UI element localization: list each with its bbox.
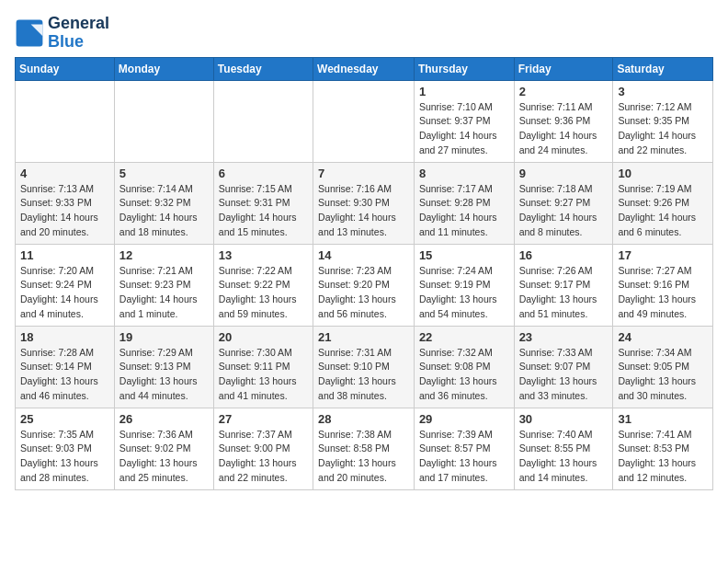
calendar-body: 1Sunrise: 7:10 AMSunset: 9:37 PMDaylight… [16,80,713,489]
day-info: Sunrise: 7:38 AMSunset: 8:58 PMDaylight:… [318,428,409,486]
day-info: Sunrise: 7:30 AMSunset: 9:11 PMDaylight:… [219,346,308,404]
logo-icon [15,18,44,48]
calendar-cell: 2Sunrise: 7:11 AMSunset: 9:36 PMDaylight… [514,80,613,162]
calendar-cell: 31Sunrise: 7:41 AMSunset: 8:53 PMDayligh… [613,408,713,489]
header-cell-monday: Monday [114,57,213,80]
day-info: Sunrise: 7:26 AMSunset: 9:17 PMDaylight:… [519,264,609,322]
day-info: Sunrise: 7:39 AMSunset: 8:57 PMDaylight:… [419,428,509,486]
day-info: Sunrise: 7:11 AMSunset: 9:36 PMDaylight:… [519,100,609,158]
logo-text-general: General [48,15,109,33]
calendar-cell: 6Sunrise: 7:15 AMSunset: 9:31 PMDaylight… [213,162,313,244]
logo-text-blue: Blue [48,33,109,52]
day-info: Sunrise: 7:15 AMSunset: 9:31 PMDaylight:… [219,182,308,240]
day-number: 13 [219,248,308,262]
day-number: 17 [618,248,708,262]
day-number: 1 [419,85,509,98]
header-cell-wednesday: Wednesday [313,57,415,80]
day-info: Sunrise: 7:13 AMSunset: 9:33 PMDaylight:… [20,182,109,240]
week-row-5: 25Sunrise: 7:35 AMSunset: 9:03 PMDayligh… [16,408,713,489]
day-number: 29 [419,412,509,426]
day-info: Sunrise: 7:40 AMSunset: 8:55 PMDaylight:… [519,428,609,486]
day-number: 6 [219,167,308,180]
day-number: 30 [519,412,609,426]
day-info: Sunrise: 7:27 AMSunset: 9:16 PMDaylight:… [618,264,708,322]
day-info: Sunrise: 7:22 AMSunset: 9:22 PMDaylight:… [219,264,308,322]
day-number: 22 [419,330,509,344]
day-number: 5 [119,167,209,180]
day-info: Sunrise: 7:24 AMSunset: 9:19 PMDaylight:… [419,264,509,322]
calendar-cell: 28Sunrise: 7:38 AMSunset: 8:58 PMDayligh… [313,408,415,489]
calendar-cell: 1Sunrise: 7:10 AMSunset: 9:37 PMDaylight… [414,80,514,162]
calendar-cell: 29Sunrise: 7:39 AMSunset: 8:57 PMDayligh… [414,408,514,489]
day-number: 24 [618,330,708,344]
day-info: Sunrise: 7:12 AMSunset: 9:35 PMDaylight:… [618,100,708,158]
day-info: Sunrise: 7:35 AMSunset: 9:03 PMDaylight:… [20,428,109,486]
logo: General Blue [15,15,109,52]
header-row: SundayMondayTuesdayWednesdayThursdayFrid… [16,57,713,80]
calendar-cell: 13Sunrise: 7:22 AMSunset: 9:22 PMDayligh… [213,244,313,326]
calendar-cell: 25Sunrise: 7:35 AMSunset: 9:03 PMDayligh… [16,408,115,489]
day-info: Sunrise: 7:23 AMSunset: 9:20 PMDaylight:… [318,264,409,322]
calendar-cell: 10Sunrise: 7:19 AMSunset: 9:26 PMDayligh… [613,162,713,244]
header-cell-thursday: Thursday [414,57,514,80]
day-number: 3 [618,85,708,98]
header-cell-saturday: Saturday [613,57,713,80]
calendar-cell: 5Sunrise: 7:14 AMSunset: 9:32 PMDaylight… [114,162,213,244]
day-number: 18 [20,330,109,344]
calendar-cell: 21Sunrise: 7:31 AMSunset: 9:10 PMDayligh… [313,326,415,408]
calendar-cell: 30Sunrise: 7:40 AMSunset: 8:55 PMDayligh… [514,408,613,489]
page-header: General Blue [15,15,713,52]
day-info: Sunrise: 7:16 AMSunset: 9:30 PMDaylight:… [318,182,409,240]
day-number: 10 [618,167,708,180]
calendar-cell: 4Sunrise: 7:13 AMSunset: 9:33 PMDaylight… [16,162,115,244]
day-number: 20 [219,330,308,344]
calendar-table: SundayMondayTuesdayWednesdayThursdayFrid… [15,57,713,490]
calendar-header: SundayMondayTuesdayWednesdayThursdayFrid… [16,57,713,80]
day-info: Sunrise: 7:21 AMSunset: 9:23 PMDaylight:… [119,264,209,322]
day-number: 28 [318,412,409,426]
calendar-cell [16,80,115,162]
calendar-cell: 22Sunrise: 7:32 AMSunset: 9:08 PMDayligh… [414,326,514,408]
day-info: Sunrise: 7:18 AMSunset: 9:27 PMDaylight:… [519,182,609,240]
calendar-cell: 17Sunrise: 7:27 AMSunset: 9:16 PMDayligh… [613,244,713,326]
calendar-cell: 23Sunrise: 7:33 AMSunset: 9:07 PMDayligh… [514,326,613,408]
day-info: Sunrise: 7:28 AMSunset: 9:14 PMDaylight:… [20,346,109,404]
day-info: Sunrise: 7:32 AMSunset: 9:08 PMDaylight:… [419,346,509,404]
calendar-cell [213,80,313,162]
day-info: Sunrise: 7:14 AMSunset: 9:32 PMDaylight:… [119,182,209,240]
day-number: 23 [519,330,609,344]
svg-rect-0 [17,19,43,46]
calendar-cell: 8Sunrise: 7:17 AMSunset: 9:28 PMDaylight… [414,162,514,244]
day-info: Sunrise: 7:20 AMSunset: 9:24 PMDaylight:… [20,264,109,322]
day-info: Sunrise: 7:17 AMSunset: 9:28 PMDaylight:… [419,182,509,240]
day-number: 14 [318,248,409,262]
week-row-2: 4Sunrise: 7:13 AMSunset: 9:33 PMDaylight… [16,162,713,244]
calendar-cell: 27Sunrise: 7:37 AMSunset: 9:00 PMDayligh… [213,408,313,489]
day-number: 25 [20,412,109,426]
day-info: Sunrise: 7:41 AMSunset: 8:53 PMDaylight:… [618,428,708,486]
day-number: 15 [419,248,509,262]
calendar-cell: 24Sunrise: 7:34 AMSunset: 9:05 PMDayligh… [613,326,713,408]
day-info: Sunrise: 7:10 AMSunset: 9:37 PMDaylight:… [419,100,509,158]
week-row-4: 18Sunrise: 7:28 AMSunset: 9:14 PMDayligh… [16,326,713,408]
day-info: Sunrise: 7:33 AMSunset: 9:07 PMDaylight:… [519,346,609,404]
day-number: 12 [119,248,209,262]
calendar-cell: 3Sunrise: 7:12 AMSunset: 9:35 PMDaylight… [613,80,713,162]
day-number: 26 [119,412,209,426]
calendar-cell: 9Sunrise: 7:18 AMSunset: 9:27 PMDaylight… [514,162,613,244]
day-number: 8 [419,167,509,180]
calendar-cell: 19Sunrise: 7:29 AMSunset: 9:13 PMDayligh… [114,326,213,408]
day-number: 21 [318,330,409,344]
calendar-cell: 12Sunrise: 7:21 AMSunset: 9:23 PMDayligh… [114,244,213,326]
day-info: Sunrise: 7:19 AMSunset: 9:26 PMDaylight:… [618,182,708,240]
calendar-cell: 15Sunrise: 7:24 AMSunset: 9:19 PMDayligh… [414,244,514,326]
header-cell-friday: Friday [514,57,613,80]
calendar-cell: 16Sunrise: 7:26 AMSunset: 9:17 PMDayligh… [514,244,613,326]
day-number: 7 [318,167,409,180]
calendar-cell [313,80,415,162]
week-row-3: 11Sunrise: 7:20 AMSunset: 9:24 PMDayligh… [16,244,713,326]
calendar-cell: 20Sunrise: 7:30 AMSunset: 9:11 PMDayligh… [213,326,313,408]
day-number: 19 [119,330,209,344]
calendar-cell: 11Sunrise: 7:20 AMSunset: 9:24 PMDayligh… [16,244,115,326]
header-cell-sunday: Sunday [16,57,115,80]
